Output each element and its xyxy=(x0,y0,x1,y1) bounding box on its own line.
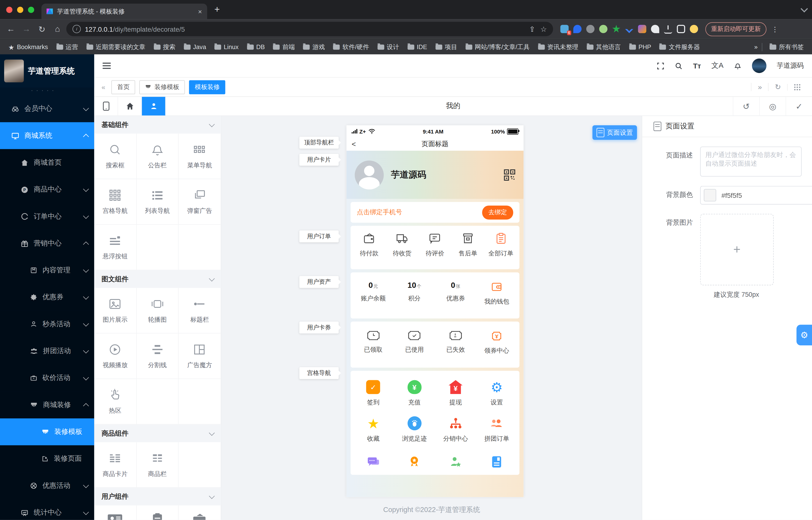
bookmark-folder[interactable]: 网站/博客/文章/工具 xyxy=(462,43,533,52)
tab-template-decorate[interactable]: 模板装修 xyxy=(189,80,226,94)
sidebar-item-content-manage[interactable]: 内容管理 xyxy=(0,257,94,284)
bookmark-folder[interactable]: IDE xyxy=(404,44,430,51)
page-desc-input[interactable] xyxy=(700,147,802,177)
grid-withdraw[interactable]: ¥ 提现 xyxy=(435,380,476,407)
bind-phone-button[interactable]: 去绑定 xyxy=(482,205,513,219)
coupon-expired[interactable]: 已失效 xyxy=(435,330,476,355)
menu-collapse-icon[interactable] xyxy=(103,63,111,69)
app-logo[interactable]: 芋道管理系统 xyxy=(0,54,94,87)
sidebar-item-bargain[interactable]: 砍价活动 xyxy=(0,364,94,391)
grid-feedback[interactable] xyxy=(353,455,394,469)
extension-icon[interactable] xyxy=(612,25,621,33)
coupon-received[interactable]: 已领取 xyxy=(353,330,394,355)
order-to-receive[interactable]: 待收货 xyxy=(386,232,418,258)
asset-wallet[interactable]: 我的钱包 xyxy=(476,281,517,306)
extension-icon[interactable]: 6 xyxy=(560,25,569,33)
device-phone-button[interactable] xyxy=(94,97,118,115)
sidebar-item-marketing-center[interactable]: 营销中心 xyxy=(0,230,94,257)
grid-medal[interactable] xyxy=(394,455,435,469)
font-size-icon[interactable]: Tт xyxy=(693,62,701,70)
download-icon[interactable] xyxy=(664,24,672,34)
block-tag-user-card[interactable]: 用户卡片 xyxy=(299,154,339,166)
bookmark-folder[interactable]: 游戏 xyxy=(300,43,328,52)
bookmarks-overflow[interactable]: » xyxy=(754,44,758,51)
bell-icon[interactable] xyxy=(734,62,742,70)
extension-icon[interactable] xyxy=(625,25,633,33)
block-tag-user-coupon[interactable]: 用户卡券 xyxy=(299,322,339,334)
extension-icon[interactable] xyxy=(638,25,646,33)
reset-icon[interactable]: ↺ xyxy=(733,97,759,115)
address-bar[interactable]: i 127.0.0.1/diy/template/decorate/5 ⇪ ☆ xyxy=(66,22,553,36)
grid-distribution[interactable]: 分销中心 xyxy=(435,416,476,443)
section-basic-components[interactable]: 基础组件 xyxy=(94,116,221,134)
tab-options-icon[interactable] xyxy=(787,84,807,90)
save-icon[interactable]: ✓ xyxy=(786,97,812,115)
avatar[interactable] xyxy=(752,58,766,73)
page-settings-button[interactable]: 页面设置 xyxy=(592,125,637,140)
bookmark-star-icon[interactable]: ☆ xyxy=(540,25,547,33)
grid-member[interactable] xyxy=(435,455,476,469)
search-icon[interactable] xyxy=(675,62,683,70)
component-grid-nav[interactable]: 宫格导航 xyxy=(94,179,137,225)
component-search-box[interactable]: 搜索框 xyxy=(94,133,137,179)
block-tag-user-order[interactable]: 用户订单 xyxy=(299,231,339,242)
user-name[interactable]: 芋道源码 xyxy=(777,61,804,71)
order-to-review[interactable]: 待评价 xyxy=(418,232,451,258)
component-ad-cube[interactable]: 广告魔方 xyxy=(179,334,221,379)
bookmark-folder[interactable]: 资讯未整理 xyxy=(535,43,581,52)
sidebar-item-mall-decorate[interactable]: 商城装修 xyxy=(0,392,94,418)
update-chrome-button[interactable]: 重新启动即可更新 xyxy=(705,22,766,36)
bg-color-input[interactable] xyxy=(720,191,812,200)
section-image-components[interactable]: 图文组件 xyxy=(94,270,221,288)
window-controls[interactable] xyxy=(6,7,34,13)
asset-coupons[interactable]: 0张 优惠券 xyxy=(435,281,476,306)
settings-toggle-tab[interactable]: ⚙ xyxy=(796,324,812,345)
component-product-bar[interactable]: 商品栏 xyxy=(136,442,179,488)
close-window-button[interactable] xyxy=(6,7,12,13)
tabs-scroll-left[interactable]: « xyxy=(99,83,107,91)
grid-groupon-orders[interactable]: 拼团订单 xyxy=(476,416,517,443)
preview-icon[interactable]: ◎ xyxy=(759,97,786,115)
color-swatch[interactable] xyxy=(704,189,716,201)
bookmark-folder[interactable]: 搜索 xyxy=(151,43,179,52)
user-order-block[interactable]: 待付款 待收货 待评价 xyxy=(350,226,519,269)
browser-tab[interactable]: 芋道管理系统 - 模板装修 × xyxy=(42,4,207,19)
component-carousel[interactable]: 轮播图 xyxy=(136,288,179,333)
component-float-button[interactable]: 悬浮按钮 xyxy=(94,225,137,270)
component-menu-nav[interactable]: 菜单导航 xyxy=(179,133,221,179)
sidebar-item-promo-activity[interactable]: 优惠活动 xyxy=(0,472,94,499)
grid-recharge[interactable]: ¥ 充值 xyxy=(394,380,435,407)
profile-avatar-icon[interactable] xyxy=(690,25,698,33)
section-user-components[interactable]: 用户组件 xyxy=(94,488,221,505)
grid-signin[interactable]: ✓ 签到 xyxy=(353,380,394,407)
window-icon[interactable] xyxy=(677,25,685,33)
component-video-player[interactable]: 视频播放 xyxy=(94,334,137,379)
sidebar-item-mall-system[interactable]: 商城系统 xyxy=(0,122,94,149)
home-page-button[interactable] xyxy=(118,97,142,115)
extension-icon[interactable] xyxy=(586,25,595,33)
grid-card[interactable] xyxy=(476,455,517,469)
component-list-nav[interactable]: 列表导航 xyxy=(136,179,179,225)
grid-history[interactable]: 浏览足迹 xyxy=(394,416,435,443)
asset-points[interactable]: 10个 积分 xyxy=(394,281,435,306)
minimize-window-button[interactable] xyxy=(17,7,23,13)
block-tag-user-asset[interactable]: 用户资产 xyxy=(299,276,339,288)
component-user-order[interactable] xyxy=(136,505,179,520)
component-product-card[interactable]: 商品卡片 xyxy=(94,442,137,488)
sidebar-item-member-center[interactable]: 会员中心 xyxy=(0,95,94,122)
bookmark-folder[interactable]: 前端 xyxy=(270,43,298,52)
user-card-block[interactable]: 芋道源码 xyxy=(346,151,523,199)
sidebar-item-mall-home[interactable]: 商城首页 xyxy=(0,149,94,176)
block-tag-grid-nav[interactable]: 宫格导航 xyxy=(299,367,339,379)
back-icon[interactable]: < xyxy=(352,140,356,148)
site-info-icon[interactable]: i xyxy=(73,25,81,33)
qr-code-icon[interactable] xyxy=(504,169,515,180)
bind-phone-block[interactable]: 点击绑定手机号 去绑定 xyxy=(350,202,519,223)
back-icon[interactable]: ← xyxy=(4,24,18,34)
grid-nav-block[interactable]: ✓ 签到 ¥ 充值 ¥ 提现 xyxy=(350,371,519,475)
grid-settings[interactable]: ⚙ 设置 xyxy=(476,380,517,407)
bookmark-folder[interactable]: 近期需要读的文章 xyxy=(83,43,149,52)
language-icon[interactable]: 文A xyxy=(711,61,724,71)
coupon-center[interactable]: 领券中心 xyxy=(476,330,517,355)
component-popup-ad[interactable]: 弹窗广告 xyxy=(179,179,221,225)
